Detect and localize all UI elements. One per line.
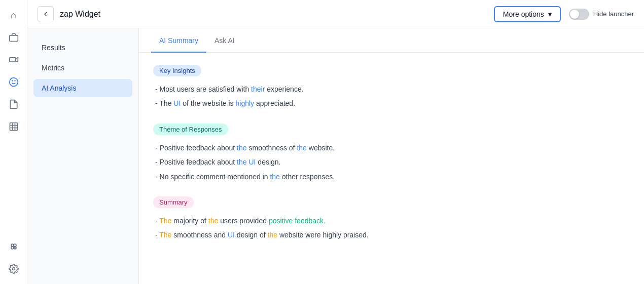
content-body: Results Metrics AI Analysis AI Summary A…	[27, 28, 644, 284]
settings-icon[interactable]	[5, 260, 23, 278]
theme-item-1: - Positive feedback about the smoothness…	[155, 142, 630, 153]
svg-rect-1	[9, 58, 16, 62]
nav-item-metrics[interactable]: Metrics	[33, 59, 132, 77]
header-right: More options ▾ Hide launcher	[494, 6, 634, 22]
right-content: AI Summary Ask AI Key Insights - Most us…	[139, 28, 644, 284]
theme-item-2: - Positive feedback about the UI design.	[155, 156, 630, 168]
svg-rect-6	[10, 123, 17, 131]
tabs-bar: AI Summary Ask AI	[139, 28, 644, 53]
header: zap Widget More options ▾ Hide launcher	[27, 0, 644, 28]
chevron-down-icon: ▾	[548, 10, 552, 18]
summary-section: Summary - The majority of the users prov…	[153, 196, 630, 241]
video-icon[interactable]	[5, 51, 23, 69]
back-button[interactable]	[38, 6, 54, 22]
home-icon[interactable]: ⌂	[5, 6, 23, 24]
key-insights-badge: Key Insights	[153, 65, 201, 76]
hide-launcher-toggle[interactable]	[569, 9, 589, 20]
nav-item-results[interactable]: Results	[33, 38, 132, 57]
more-options-button[interactable]: More options ▾	[494, 6, 561, 22]
nav-item-ai-analysis[interactable]: AI Analysis	[33, 79, 132, 97]
apps-icon[interactable]	[5, 237, 23, 256]
svg-point-13	[12, 268, 15, 270]
svg-marker-2	[16, 58, 18, 62]
smiley-icon[interactable]	[5, 73, 23, 91]
theme-item-3: - No specific comment mentioned in the o…	[155, 171, 630, 182]
page-title: zap Widget	[60, 10, 100, 19]
summary-item-2: - The smoothness and UI design of the we…	[155, 229, 630, 240]
summary-item-1: - The majority of the users provided pos…	[155, 215, 630, 226]
tab-ai-summary[interactable]: AI Summary	[151, 28, 206, 53]
theme-section: Theme of Responses - Positive feedback a…	[153, 124, 630, 182]
key-insights-list: - Most users are satisfied with their ex…	[153, 84, 630, 109]
header-left: zap Widget	[38, 6, 100, 22]
theme-badge: Theme of Responses	[153, 124, 228, 135]
svg-rect-0	[9, 35, 18, 42]
hide-launcher-label: Hide launcher	[593, 10, 634, 18]
hide-launcher-toggle-wrapper: Hide launcher	[569, 9, 634, 20]
document-icon[interactable]	[5, 95, 23, 113]
main-content: zap Widget More options ▾ Hide launcher …	[27, 0, 644, 284]
ai-summary-content: Key Insights - Most users are satisfied …	[139, 53, 644, 267]
summary-badge: Summary	[153, 196, 194, 208]
left-nav: Results Metrics AI Analysis	[27, 28, 139, 284]
box-icon[interactable]	[5, 28, 23, 47]
chart-icon[interactable]	[5, 117, 23, 136]
summary-list: - The majority of the users provided pos…	[153, 215, 630, 241]
key-insights-section: Key Insights - Most users are satisfied …	[153, 65, 630, 109]
svg-point-3	[9, 78, 18, 87]
key-insights-item-1: - Most users are satisfied with their ex…	[155, 84, 630, 95]
left-sidebar: ⌂	[0, 0, 27, 284]
tab-ask-ai[interactable]: Ask AI	[206, 28, 243, 53]
key-insights-item-2: - The UI of the website is highly apprec…	[155, 98, 630, 109]
theme-list: - Positive feedback about the smoothness…	[153, 142, 630, 182]
